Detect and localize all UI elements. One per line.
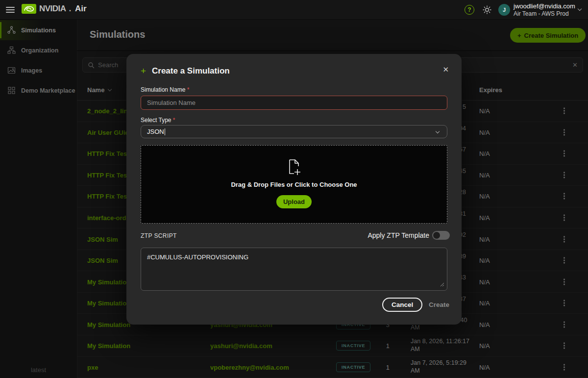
user-avatar[interactable]: J — [498, 4, 510, 16]
app-window: NVIDIA. Air ? J jwoodlief@nvidia.com Air… — [0, 0, 588, 378]
ztp-script-textarea[interactable]: #CUMULUS-AUTOPROVISIONING — [141, 248, 447, 291]
select-type-label: Select Type * — [141, 117, 175, 124]
modal-title: Create a Simulation — [152, 66, 230, 76]
create-button[interactable]: Create — [422, 298, 456, 312]
text-caret — [165, 128, 165, 135]
brand-name: NVIDIA — [39, 4, 66, 14]
hamburger-menu-icon[interactable] — [6, 5, 15, 14]
plus-icon: + — [141, 66, 146, 76]
apply-ztp-template-label: Apply ZTP Template — [368, 231, 429, 239]
label-text: Simulation Name — [141, 86, 185, 93]
select-type-dropdown[interactable]: JSON — [141, 125, 447, 138]
dropzone-text: Drag & Drop Files or Click to Choose One — [141, 181, 447, 188]
brand-dot: . — [69, 4, 71, 13]
create-simulation-modal: + Create a Simulation ✕ Simulation Name … — [126, 54, 462, 325]
nvidia-air-logo: NVIDIA. Air — [22, 4, 87, 14]
file-dropzone[interactable]: Drag & Drop Files or Click to Choose One… — [141, 145, 447, 224]
simulation-name-label: Simulation Name * — [141, 86, 189, 93]
help-icon[interactable]: ? — [465, 5, 474, 15]
file-plus-icon — [287, 159, 301, 176]
top-bar: NVIDIA. Air ? J jwoodlief@nvidia.com Air… — [0, 0, 588, 20]
select-type-value: JSON — [147, 128, 164, 135]
theme-toggle-sun-icon[interactable] — [482, 5, 492, 15]
product-name: Air — [75, 4, 87, 14]
cancel-button[interactable]: Cancel — [382, 298, 422, 312]
label-text: Select Type — [141, 117, 171, 124]
required-asterisk: * — [173, 117, 175, 124]
user-email: jwoodlief@nvidia.com — [514, 2, 575, 10]
user-menu-chevron-down-icon[interactable] — [578, 7, 582, 11]
close-icon[interactable]: ✕ — [441, 64, 450, 75]
ztp-script-label: ZTP SCRIPT — [141, 232, 177, 239]
select-chevron-down-icon — [436, 129, 440, 133]
apply-ztp-toggle[interactable] — [432, 231, 450, 240]
required-asterisk: * — [187, 86, 190, 93]
user-team: Air Team - AWS Prod — [514, 10, 569, 17]
nvidia-eye-icon — [22, 4, 36, 14]
resize-handle-icon[interactable] — [440, 282, 444, 287]
toggle-knob — [433, 232, 440, 239]
simulation-name-input[interactable] — [141, 96, 447, 110]
upload-button[interactable]: Upload — [276, 195, 312, 208]
